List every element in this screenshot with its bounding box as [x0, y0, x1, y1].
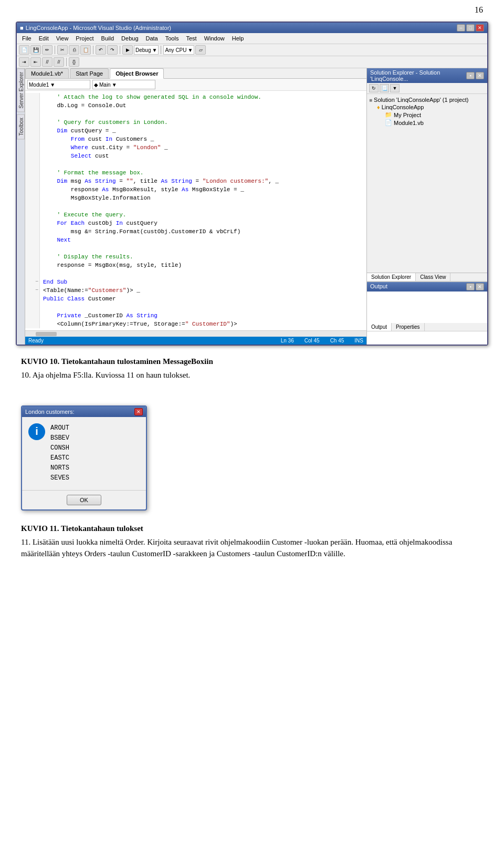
scrollbar-horizontal[interactable] — [25, 330, 366, 337]
menu-debug[interactable]: Debug — [118, 34, 141, 43]
toolbox-tab[interactable]: Toolbox — [17, 114, 25, 139]
vs-titlebar-controls: – □ ✕ — [457, 24, 484, 32]
output-tab-output[interactable]: Output — [367, 323, 392, 331]
menu-project[interactable]: Project — [72, 34, 97, 43]
se-close-btn[interactable]: ✕ — [476, 72, 484, 79]
vs-tab-bar: Module1.vb* Start Page Object Browser — [25, 68, 366, 79]
module-dropdown[interactable]: Module1 ▼ — [27, 80, 90, 89]
tab-start-page[interactable]: Start Page — [70, 68, 109, 78]
vs-titlebar: ■ LingConsoleApp - Microsoft Visual Stud… — [17, 23, 487, 33]
menu-tools[interactable]: Tools — [162, 34, 182, 43]
toolbar-sep-2 — [93, 46, 93, 54]
status-ln: Ln 36 — [281, 338, 294, 343]
menu-data[interactable]: Data — [143, 34, 161, 43]
output-pin-btn[interactable]: ▪ — [466, 283, 475, 290]
caption2-label: KUVIO 11. Tietokantahaun tulokset — [21, 524, 483, 533]
folder-icon: 📁 — [385, 111, 392, 118]
london-customers-dialog: London customers: ✕ i AROUT BSBEV CONSH … — [21, 405, 147, 511]
menu-file[interactable]: File — [19, 34, 35, 43]
se-tab-class-view[interactable]: Class View — [416, 273, 450, 281]
line-numbers: −− — [25, 93, 40, 328]
editor-dropdowns: Module1 ▼ ◆ Main ▼ — [25, 79, 366, 91]
se-tab-solution-explorer[interactable]: Solution Explorer — [367, 273, 416, 281]
toolbar-sep-1 — [55, 46, 55, 54]
file-icon: 📄 — [385, 119, 392, 126]
output-tab-label-1: Output — [371, 324, 387, 330]
tree-item-solution[interactable]: ■ Solution 'LinqConsoleApp' (1 project) — [369, 96, 485, 103]
dialog-item-2: CONSH — [50, 443, 69, 453]
tree-item-module1[interactable]: 📄 Module1.vb — [369, 119, 485, 127]
toolbar-btn-3[interactable]: ✏ — [42, 45, 52, 55]
toolbar-btn-6[interactable]: 📋 — [80, 45, 91, 55]
toolbar-undo[interactable]: ↶ — [96, 45, 106, 55]
toolbar-sep-3 — [120, 46, 120, 54]
toolbar-btn-brace[interactable]: {} — [69, 57, 79, 67]
toolbar-btn-7[interactable]: ▱ — [195, 45, 206, 55]
toolbar-btn-uncomment[interactable]: // — [54, 57, 64, 67]
toolbar-run[interactable]: ▶ — [122, 45, 133, 55]
se-tab-label-1: Solution Explorer — [371, 274, 411, 280]
maximize-button[interactable]: □ — [466, 24, 475, 32]
menu-help[interactable]: Help — [229, 34, 247, 43]
vs-window-title: LingConsoleApp - Microsoft Visual Studio… — [26, 25, 171, 31]
vs-window: ■ LingConsoleApp - Microsoft Visual Stud… — [16, 22, 488, 346]
toolbar-btn-indent[interactable]: ⇥ — [19, 57, 29, 67]
tab-object-browser[interactable]: Object Browser — [110, 68, 164, 79]
status-ready: Ready — [28, 338, 44, 343]
se-pin-btn[interactable]: ▪ — [466, 72, 475, 79]
se-titlebar: Solution Explorer - Solution 'LinqConsol… — [367, 68, 487, 83]
dialog-close-btn[interactable]: ✕ — [134, 408, 143, 415]
minimize-button[interactable]: – — [457, 24, 465, 32]
server-explorer-tab[interactable]: Server Explorer — [17, 68, 25, 112]
toolbar-sep-4 — [161, 46, 161, 54]
status-ins: INS — [354, 338, 363, 343]
toolbar-redo[interactable]: ↷ — [107, 45, 118, 55]
se-tab-label-2: Class View — [420, 274, 446, 280]
toolbar-sep-5 — [66, 58, 67, 66]
menu-view[interactable]: View — [53, 34, 72, 43]
toolbar-btn-4[interactable]: ✂ — [57, 45, 68, 55]
toolbar-debug-dropdown[interactable]: Debug ▼ — [134, 45, 159, 55]
toolbar-btn-5[interactable]: ⎙ — [69, 45, 79, 55]
vs-toolbar-row2: ⇥ ⇤ // // {} — [17, 56, 487, 68]
output-tab-properties[interactable]: Properties — [392, 323, 425, 331]
menu-test[interactable]: Test — [183, 34, 200, 43]
tree-item-solution-label: Solution 'LinqConsoleApp' (1 project) — [374, 97, 468, 103]
method-dropdown[interactable]: ◆ Main ▼ — [92, 80, 155, 89]
dialog-item-5: SEVES — [50, 473, 69, 483]
dialog-body: i AROUT BSBEV CONSH EASTC NORTS SEVES — [22, 417, 146, 490]
output-tab-label-2: Properties — [396, 324, 420, 330]
tab-module1[interactable]: Module1.vb* — [25, 68, 69, 78]
se-title: Solution Explorer - Solution 'LinqConsol… — [370, 69, 466, 82]
dialog-item-0: AROUT — [50, 423, 69, 433]
dialog-list: AROUT BSBEV CONSH EASTC NORTS SEVES — [50, 423, 69, 484]
output-content — [367, 291, 487, 323]
menu-edit[interactable]: Edit — [36, 34, 52, 43]
toolbar-btn-2[interactable]: 💾 — [30, 45, 41, 55]
tree-item-module1-label: Module1.vb — [394, 120, 424, 126]
output-close-btn[interactable]: ✕ — [476, 283, 484, 290]
toolbar-btn-outdent[interactable]: ⇤ — [30, 57, 41, 67]
tree-item-myproject[interactable]: 📁 My Project — [369, 111, 485, 119]
solution-icon: ■ — [369, 97, 372, 103]
se-bottom-tabs: Solution Explorer Class View — [367, 273, 487, 282]
dialog-item-1: BSBEV — [50, 433, 69, 443]
vs-titlebar-left: ■ LingConsoleApp - Microsoft Visual Stud… — [20, 25, 171, 31]
output-panel: Output ▪ ✕ Output Properties — [367, 282, 487, 345]
toolbar-cpu-dropdown[interactable]: Any CPU ▼ — [163, 45, 194, 55]
menu-window[interactable]: Window — [201, 34, 228, 43]
close-button[interactable]: ✕ — [476, 24, 484, 32]
dialog-wrapper: London customers: ✕ i AROUT BSBEV CONSH … — [21, 405, 483, 511]
tree-item-project[interactable]: ♦ LinqConsoleApp — [369, 103, 485, 111]
code-content: ' Attach the log to show generated SQL i… — [40, 93, 366, 328]
toolbar-btn-1[interactable]: 📄 — [19, 45, 29, 55]
se-toolbar-btn1[interactable]: ↻ — [369, 84, 379, 92]
scrollbar-thumb[interactable] — [36, 332, 57, 336]
vs-statusbar: Ready Ln 36 Col 45 Ch 45 INS — [25, 337, 366, 345]
toolbar-btn-comment[interactable]: // — [42, 57, 52, 67]
se-toolbar-btn2[interactable]: 📃 — [380, 84, 389, 92]
se-toolbar-btn3[interactable]: ▼ — [390, 84, 400, 92]
dialog-footer: OK — [22, 490, 146, 509]
dialog-ok-button[interactable]: OK — [67, 495, 101, 505]
menu-build[interactable]: Build — [98, 34, 117, 43]
